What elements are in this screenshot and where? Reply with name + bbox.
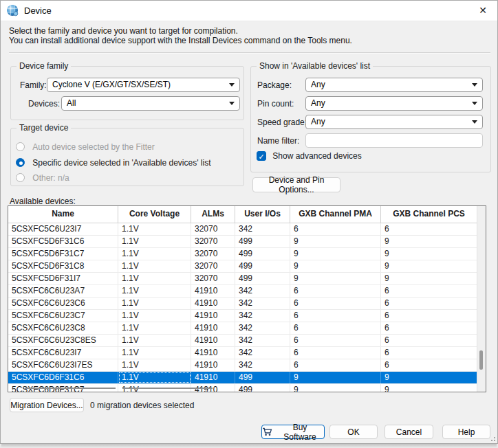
column-header-alms[interactable]: ALMs (191, 206, 235, 223)
table-cell: 499 (235, 260, 290, 272)
column-header-user-i-os[interactable]: User I/Os (235, 206, 290, 223)
table-cell: 6 (290, 298, 381, 309)
table-row[interactable]: 5CSXFC6C6U23C61.1V4191034266 (8, 298, 486, 310)
radio-specific-device[interactable]: Specific device selected in 'Available d… (16, 157, 211, 168)
table-cell: 499 (235, 236, 290, 247)
table-row[interactable]: 5CSXFC6C6U23I7ES1.1V4191034266 (8, 359, 486, 372)
ok-button[interactable]: OK (329, 425, 378, 439)
table-cell: 1.1V (118, 322, 191, 334)
intro-line-1: Select the family and device you want to… (9, 26, 352, 36)
vertical-scrollbar[interactable] (477, 206, 486, 392)
table-row[interactable]: 5CSXFC6C6U23I71.1V4191034266 (8, 347, 486, 359)
table-row[interactable]: 5CSXFC6D6F31C61.1V4191049999 (8, 372, 486, 384)
package-label: Package: (257, 80, 292, 90)
table-cell: 6 (290, 310, 381, 322)
table-cell: 5CSXFC5D6F31C8 (8, 260, 118, 272)
radio-icon (16, 173, 25, 182)
devices-select-value: All (67, 98, 76, 108)
scrollbar-thumb[interactable] (479, 350, 483, 370)
table-cell: 6 (290, 223, 381, 235)
column-header-name[interactable]: Name (8, 206, 118, 223)
table-row[interactable]: 5CSXFC5D6F31C81.1V3207049999 (8, 260, 486, 273)
dropdown-arrow-icon (472, 102, 477, 105)
dropdown-arrow-icon (472, 83, 477, 87)
table-cell: 6 (381, 298, 477, 309)
table-cell: 499 (235, 248, 290, 260)
show-advanced-devices-checkbox[interactable]: ✓ Show advanced devices (257, 150, 362, 161)
partial-row-indicator (25, 388, 116, 389)
buy-software-button[interactable]: Buy Software (261, 425, 325, 439)
available-devices-table: NameCore VoltageALMsUser I/OsGXB Channel… (8, 205, 486, 392)
migration-devices-button[interactable]: Migration Devices... (10, 398, 84, 412)
table-cell: 32070 (191, 260, 235, 272)
buy-software-label: Buy Software (276, 423, 324, 442)
device-and-pin-options-button[interactable]: Device and Pin Options... (252, 177, 340, 192)
table-cell: 1.1V (118, 372, 191, 383)
table-cell: 342 (235, 322, 290, 334)
table-row[interactable]: 5CSXFC6C6U23C81.1V4191034266 (8, 322, 486, 335)
table-cell: 5CSXFC6C6U23C8 (8, 322, 118, 334)
table-cell: 1.1V (118, 285, 191, 297)
close-icon[interactable]: ✕ (471, 1, 495, 21)
title-bar[interactable]: Device ✕ (1, 1, 497, 21)
separator (9, 52, 490, 54)
table-cell: 5CSXFC6C6U23C8ES (8, 335, 118, 346)
migration-devices-label: Migration Devices... (10, 401, 83, 410)
table-cell: 1.1V (118, 273, 191, 284)
table-row[interactable]: 5CSXFC5D6F31I71.1V3207049999 (8, 273, 486, 285)
device-family-group-title: Device family (17, 61, 71, 71)
table-cell: 1.1V (118, 260, 191, 272)
show-in-list-group-title: Show in 'Available devices' list (257, 61, 373, 71)
column-header-core-voltage[interactable]: Core Voltage (118, 206, 191, 223)
intro-line-2: You can install additional device suppor… (9, 36, 352, 45)
table-cell: 6 (290, 322, 381, 334)
pin-count-select-value: Any (311, 98, 325, 108)
table-cell: 6 (381, 347, 477, 359)
table-cell: 6 (381, 223, 477, 235)
ok-label: OK (347, 427, 359, 437)
speed-grade-select[interactable]: Any (305, 115, 483, 129)
table-cell: 342 (235, 359, 290, 371)
table-cell: 1.1V (118, 335, 191, 346)
checkbox-icon: ✓ (257, 151, 266, 161)
migration-status-text: 0 migration devices selected (90, 401, 194, 410)
table-cell: 9 (381, 273, 477, 284)
table-cell: 41910 (191, 359, 235, 371)
table-row[interactable]: 5CSXFC6C6U23C71.1V4191034266 (8, 310, 486, 322)
table-cell: 5CSXFC5D6F31C6 (8, 236, 118, 247)
column-header-gxb-channel-pcs[interactable]: GXB Channel PCS (381, 206, 477, 223)
radio-specific-device-label: Specific device selected in 'Available d… (32, 158, 210, 168)
table-cell: 1.1V (118, 236, 191, 247)
table-cell: 6 (381, 359, 477, 371)
table-cell: 5CSXFC5D6F31C7 (8, 248, 118, 260)
table-cell: 6 (381, 310, 477, 322)
table-cell: 41910 (191, 285, 235, 297)
table-cell: 6 (290, 335, 381, 346)
help-label: Help (458, 427, 475, 437)
table-row[interactable]: 5CSXFC5C6U23I71.1V3207034266 (8, 223, 486, 236)
resize-grip-icon[interactable] (488, 434, 495, 441)
package-select-value: Any (311, 80, 325, 89)
radio-auto-device-label: Auto device selected by the Fitter (32, 142, 154, 152)
family-select-value: Cyclone V (E/GX/GT/SX/SE/ST) (52, 80, 171, 89)
table-cell: 1.1V (118, 310, 191, 322)
devices-select[interactable]: All (61, 96, 240, 111)
family-select[interactable]: Cyclone V (E/GX/GT/SX/SE/ST) (47, 78, 240, 92)
table-cell: 5CSXFC6C6U23I7ES (8, 359, 118, 371)
show-advanced-devices-label: Show advanced devices (272, 151, 361, 161)
name-filter-input[interactable] (305, 133, 483, 148)
table-row[interactable]: 5CSXFC5D6F31C71.1V3207049999 (8, 248, 486, 260)
table-row[interactable]: 5CSXFC6C6U23A71.1V4191034266 (8, 285, 486, 298)
cancel-button[interactable]: Cancel (385, 425, 433, 439)
table-row[interactable]: 5CSXFC6C6U23C8ES1.1V4191034266 (8, 335, 486, 347)
table-cell: 6 (381, 322, 477, 334)
pin-count-select[interactable]: Any (305, 96, 483, 111)
help-button[interactable]: Help (442, 425, 490, 439)
column-header-gxb-channel-pma[interactable]: GXB Channel PMA (290, 206, 381, 223)
package-select[interactable]: Any (305, 78, 483, 92)
table-cell: 5CSXFC5C6U23I7 (8, 223, 118, 235)
intro-text: Select the family and device you want to… (9, 26, 352, 45)
available-devices-label: Available devices: (10, 197, 76, 206)
table-cell: 342 (235, 298, 290, 309)
table-row[interactable]: 5CSXFC5D6F31C61.1V3207049999 (8, 236, 486, 248)
